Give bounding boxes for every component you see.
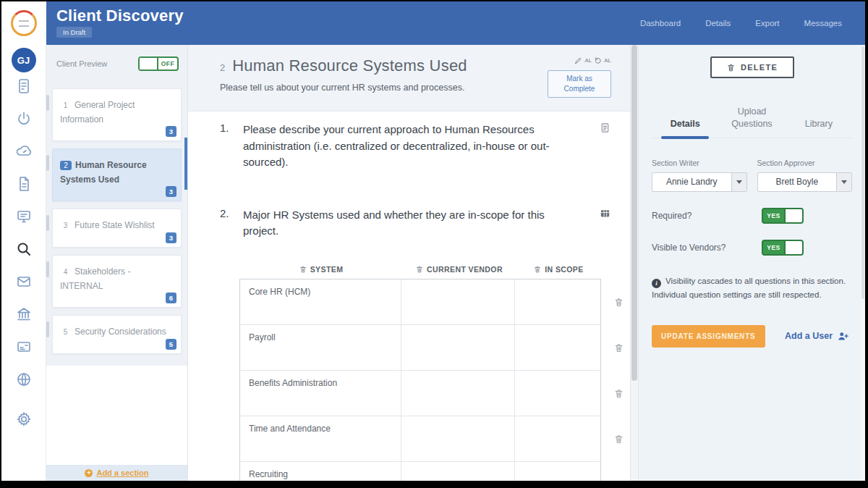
settings-icon[interactable]	[15, 411, 33, 428]
delete-column-icon[interactable]	[533, 265, 542, 274]
in-scope-cell[interactable]	[515, 462, 600, 481]
tab-library[interactable]: Library	[786, 118, 852, 138]
details-scrollbar[interactable]	[861, 45, 865, 481]
section-approver-label: Section Approver	[757, 159, 853, 167]
question-count-badge: 3	[166, 186, 176, 197]
section-header-subtitle: Please tell us about your current HR sys…	[220, 83, 542, 93]
section-writer-select[interactable]: Annie Landry	[652, 172, 747, 192]
delete-section-button[interactable]: DELETE	[710, 56, 794, 78]
survey-icon[interactable]	[15, 77, 33, 95]
section-number: 2	[60, 161, 72, 170]
question-count-badge: 6	[166, 293, 176, 303]
section-writer-label: Section Writer	[652, 159, 747, 167]
globe-icon[interactable]	[15, 371, 33, 388]
app-logo[interactable]	[1, 1, 46, 45]
system-cell[interactable]: Time and Attendance	[240, 416, 401, 461]
in-scope-cell[interactable]	[515, 325, 600, 370]
required-toggle[interactable]: YES	[762, 208, 804, 224]
monitor-icon[interactable]	[15, 208, 33, 225]
system-cell[interactable]: Benefits Administration	[240, 371, 401, 416]
section-card-security[interactable]: 5Security Considerations 5	[52, 315, 182, 354]
in-scope-cell[interactable]	[515, 279, 600, 324]
visible-to-vendors-toggle[interactable]: YES	[762, 240, 804, 256]
app-window: Client Discovery In Draft Dashboard Deta…	[1, 1, 865, 481]
nav-export[interactable]: Export	[755, 19, 779, 28]
system-cell[interactable]: Core HR (HCM)	[240, 279, 401, 324]
section-card-general-project[interactable]: 1General Project Information 3	[52, 88, 182, 141]
table-header-row: SYSTEM CURRENT VENDOR IN SCOPE	[239, 260, 601, 279]
nav-details[interactable]: Details	[705, 19, 731, 28]
client-preview-label: Client Preview	[56, 59, 107, 68]
search-icon[interactable]	[15, 240, 33, 258]
delete-column-icon[interactable]	[299, 265, 307, 274]
section-number: 5	[60, 328, 71, 336]
delete-row-icon[interactable]	[613, 342, 624, 353]
mail-icon[interactable]	[15, 273, 33, 290]
section-card-stakeholders[interactable]: 4Stakeholders - INTERNAL 6	[52, 255, 182, 308]
delete-row-icon[interactable]	[613, 479, 624, 481]
question-row-1[interactable]: 1. Please describe your current approach…	[188, 112, 630, 174]
delete-label: DELETE	[741, 63, 778, 72]
required-label: Required?	[652, 211, 762, 221]
nav-messages[interactable]: Messages	[804, 19, 842, 28]
section-card-future-state[interactable]: 3Future State Wishlist 3	[52, 209, 182, 248]
main-scrollbar-thumb[interactable]	[631, 45, 637, 381]
vendor-cell[interactable]	[401, 325, 515, 370]
cloud-gauge-icon[interactable]	[15, 143, 33, 160]
vendor-cell[interactable]	[401, 462, 515, 481]
add-section-button[interactable]: + Add a section	[46, 465, 187, 481]
logo-icon	[11, 10, 37, 36]
column-header: IN SCOPE	[545, 265, 583, 274]
client-preview-toggle[interactable]: OFF	[138, 56, 179, 71]
main-content: 2 Human Resource Systems Used Please tel…	[188, 45, 630, 481]
table-row: Recruiting	[240, 462, 600, 481]
nav-dashboard[interactable]: Dashboard	[640, 19, 681, 28]
section-number: 3	[60, 222, 71, 230]
add-section-label: Add a section	[96, 468, 148, 477]
in-scope-cell[interactable]	[515, 371, 600, 416]
chevron-down-icon[interactable]	[731, 173, 746, 191]
section-approver-value: Brett Boyle	[758, 173, 837, 191]
bank-icon[interactable]	[15, 306, 33, 323]
tab-details[interactable]: Details	[652, 118, 718, 138]
delete-row-icon[interactable]	[613, 388, 624, 399]
question-count-badge: 5	[166, 339, 176, 350]
delete-column-icon[interactable]	[415, 265, 424, 274]
update-assignments-button[interactable]: UPDATE ASSIGNMENTS	[652, 325, 765, 348]
question-count-badge: 3	[166, 232, 176, 243]
delete-row-icon[interactable]	[613, 434, 624, 445]
card-icon[interactable]	[15, 338, 33, 356]
section-approver-select[interactable]: Brett Boyle	[757, 172, 853, 192]
add-user-link[interactable]: Add a User	[785, 330, 849, 342]
add-user-label: Add a User	[785, 331, 833, 341]
question-number: 2.	[220, 207, 243, 240]
section-header-number: 2	[220, 62, 225, 73]
power-icon[interactable]	[15, 110, 33, 127]
section-number: 1	[60, 101, 71, 109]
chevron-down-icon[interactable]	[836, 173, 851, 191]
writer-stamp: AL	[584, 57, 592, 64]
hr-systems-table: SYSTEM CURRENT VENDOR IN SCOPE Core HR (…	[239, 260, 601, 481]
main-scrollbar-track[interactable]	[630, 45, 639, 481]
vendor-cell[interactable]	[401, 416, 515, 461]
vendor-cell[interactable]	[401, 371, 515, 416]
toggle-knob	[784, 209, 802, 222]
top-header: Client Discovery In Draft Dashboard Deta…	[1, 1, 865, 45]
delete-row-icon[interactable]	[613, 297, 624, 308]
vendor-cell[interactable]	[401, 279, 515, 324]
document-icon[interactable]	[15, 175, 33, 193]
visibility-info-note: iVisibility cascades to all questions in…	[652, 274, 852, 302]
toggle-yes-label: YES	[763, 241, 784, 254]
tab-upload-questions[interactable]: Upload Questions	[718, 106, 785, 138]
section-card-hr-systems[interactable]: 2Human Resource Systems Used 3	[52, 148, 182, 201]
in-scope-cell[interactable]	[515, 416, 600, 461]
visible-to-vendors-label: Visible to Vendors?	[652, 243, 762, 253]
question-row-2[interactable]: 2. Major HR Systems used and whether the…	[188, 174, 630, 243]
page-title: Client Discovery	[56, 7, 184, 25]
system-cell[interactable]: Payroll	[240, 325, 401, 370]
column-header: SYSTEM	[310, 265, 344, 274]
system-cell[interactable]: Recruiting	[240, 462, 401, 481]
sections-scrollbar[interactable]	[184, 138, 187, 190]
mark-as-complete-button[interactable]: Mark as Complete	[548, 70, 611, 98]
avatar[interactable]: GJ	[12, 48, 36, 72]
